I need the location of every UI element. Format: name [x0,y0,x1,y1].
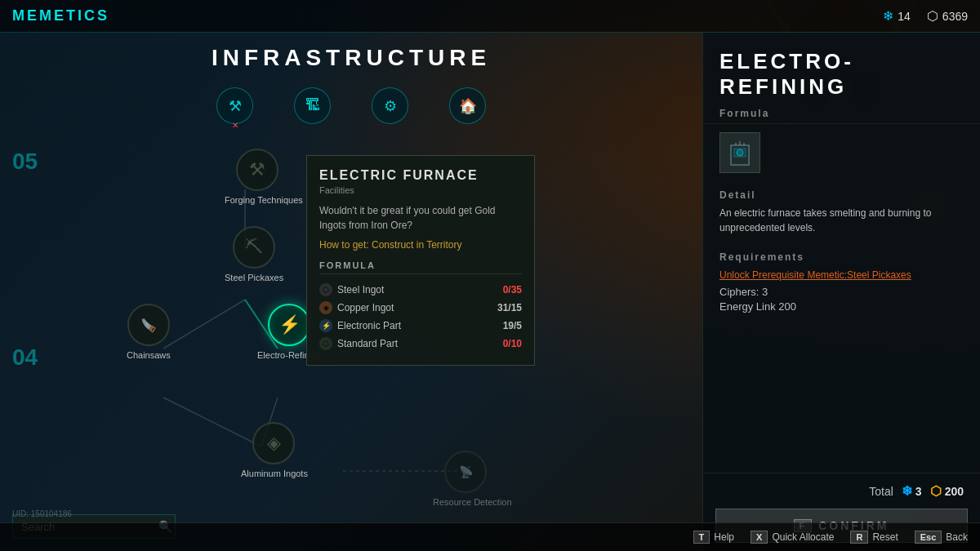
resource-ciphers: ❄ 14 [883,8,911,24]
formula-preview [703,124,980,181]
main-layout: INFRASTRUCTURE ⚒ ✕ 🏗 ⚙ 🏠 05 04 [0,33,980,551]
resource-energy: ⬡ 6369 [927,8,968,24]
app-title: MEMETICS [12,7,109,24]
formula-icon-2: ⚡ [319,319,332,332]
row-label-04: 04 [12,344,38,371]
reset-key: R [850,531,868,544]
total-bar: Total ❄ 3 ⬡ 200 [703,473,980,509]
energy-value: 6369 [942,10,968,23]
quickalloc-label: Quick Allocate [772,531,834,543]
total-ciphers-value: 3 [915,485,922,498]
cat1-icon: ⚒ [229,97,242,115]
ciphers-label: Ciphers: [719,286,759,298]
infrastructure-title: INFRASTRUCTURE [0,45,702,71]
formula-item-2: ⚡ Electronic Part 19/5 [319,317,522,335]
formula-name-1: Copper Ingot [337,302,394,313]
category-icon-1[interactable]: ⚒ ✕ [216,87,253,124]
formula-item-0-left: ⬡ Steel Ingot [319,283,384,296]
bottom-reset[interactable]: R Reset [850,531,898,544]
forging-circle: ⚒ [236,149,278,191]
cat4-icon: 🏠 [459,97,477,115]
tech-node-resource-detection[interactable]: 📡 Resource Detection [433,451,498,507]
formula-item-1: ◈ Copper Ingot 31/15 [319,299,522,317]
detail-section-label: Detail [719,189,964,201]
chainsaws-circle: 🪚 [127,304,170,346]
svg-line-7 [163,300,245,349]
category-icon-4[interactable]: 🏠 [449,87,486,124]
infrastructure-header: INFRASTRUCTURE [0,33,702,79]
requirements-label: Requirements [719,251,964,263]
top-bar-resources: ❄ 14 ⬡ 6369 [883,8,968,24]
tech-node-chainsaws[interactable]: 🪚 Chainsaws [127,304,171,360]
cat3-icon: ⚙ [384,97,397,115]
tooltip-description: Wouldn't it be great if you could get Go… [319,203,522,233]
resource-detection-label: Resource Detection [433,497,498,507]
energy-link-value: 200 [778,300,796,313]
right-panel-title: ELECTRO-REFINING [703,33,980,104]
electro-refining-circle: ⚡ [268,304,310,346]
right-panel: ELECTRO-REFINING Formula Detail An elect… [702,33,980,551]
cipher-icon: ❄ [883,8,893,24]
formula-item-3-left: ⬡ Standard Part [319,337,398,350]
bottom-bar: T Help X Quick Allocate R Reset Esc Back [0,522,980,551]
ciphers-value: 3 [762,286,768,298]
tech-node-steel-pickaxes[interactable]: ⛏ Steel Pickaxes [225,226,283,282]
tech-node-forging[interactable]: ⚒ Forging Techniques [225,149,290,205]
steel-pickaxes-label: Steel Pickaxes [225,273,283,282]
cat1-lock: ✕ [232,121,238,130]
formula-count-3: 0/10 [503,338,522,349]
help-label: Help [714,531,734,543]
detail-section: Detail An electric furnace takes smeltin… [703,181,980,243]
back-key: Esc [915,531,942,544]
formula-name-0: Steel Ingot [337,284,384,295]
tooltip-how-to: How to get: Construct in Territory [319,239,522,251]
forging-label: Forging Techniques [225,195,290,205]
category-icon-3[interactable]: ⚙ [372,87,408,124]
formula-item-3: ⬡ Standard Part 0/10 [319,335,522,353]
row-label-05: 05 [12,149,38,175]
quickalloc-key: X [751,531,768,544]
total-energy-icon: ⬡ [930,483,942,499]
prerequisite-link[interactable]: Unlock Prerequisite Memetic:Steel Pickax… [719,269,964,281]
formula-count-2: 19/5 [503,320,522,331]
aluminum-ingots-circle: ◈ [252,422,295,464]
total-label: Total [869,485,893,498]
formula-item-1-left: ◈ Copper Ingot [319,301,394,314]
formula-section-label: Formula [703,104,980,124]
back-label: Back [946,531,968,543]
svg-point-17 [737,149,743,156]
chainsaws-label: Chainsaws [127,350,171,360]
aluminum-ingots-label: Aluminum Ingots [241,469,306,478]
formula-item-0: ⬡ Steel Ingot 0/35 [319,281,522,299]
reset-label: Reset [872,531,898,543]
cipher-value: 14 [898,10,911,23]
formula-count-0: 0/35 [503,284,522,295]
formula-item-2-left: ⚡ Electronic Part [319,319,401,332]
formula-count-1: 31/15 [497,302,522,313]
tech-node-aluminum-ingots[interactable]: ◈ Aluminum Ingots [241,422,306,478]
cat2-icon: 🏗 [305,97,320,114]
total-energy-resource: ⬡ 200 [930,483,964,499]
req-energy: Energy Link 200 [719,300,964,313]
req-ciphers: Ciphers: 3 [719,286,964,298]
formula-preview-icon [719,132,760,173]
category-icon-2[interactable]: 🏗 [294,87,331,124]
bottom-quickalloc[interactable]: X Quick Allocate [751,531,834,544]
bottom-help: T Help [693,531,734,544]
resource-detection-circle: 📡 [444,451,487,493]
total-energy-value: 200 [945,485,964,498]
category-icons: ⚒ ✕ 🏗 ⚙ 🏠 [0,79,702,132]
tooltip-category: Facilities [319,185,522,195]
bottom-back[interactable]: Esc Back [915,531,968,544]
formula-name-3: Standard Part [337,338,398,349]
detail-text: An electric furnace takes smelting and b… [719,206,964,235]
energy-link-label: Energy Link [719,300,778,313]
formula-icon-3: ⬡ [319,337,332,350]
help-key: T [693,531,710,544]
tooltip-title: ELECTRIC FURNACE [319,168,522,183]
tooltip-popup: ELECTRIC FURNACE Facilities Wouldn't it … [306,155,535,366]
energy-icon: ⬡ [927,8,938,24]
uid-label: UID: 150104186 [12,509,72,518]
top-bar: MEMETICS ❄ 14 ⬡ 6369 [0,0,980,33]
tooltip-formula-header: FORMULA [319,260,522,274]
